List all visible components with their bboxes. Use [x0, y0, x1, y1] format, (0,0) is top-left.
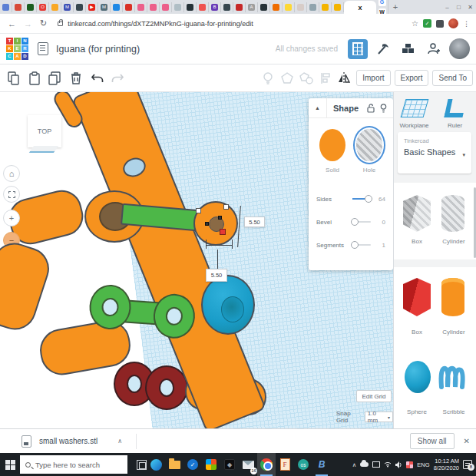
taskbar-app-mail[interactable]: 16 [239, 453, 257, 476]
solid-swatch[interactable] [319, 129, 345, 161]
pinned-tab-15[interactable] [172, 2, 184, 12]
hole-box-shape[interactable] [403, 195, 431, 232]
pinned-tab-8[interactable]: ▶ [86, 2, 98, 12]
pinned-tab-27[interactable] [319, 2, 332, 12]
maximize-button[interactable]: □ [453, 4, 464, 11]
download-options-icon[interactable]: ∧ [117, 438, 122, 445]
copy-icon[interactable] [6, 70, 21, 87]
url-field[interactable]: tinkercad.com/things/dXTZ2MNPknG-iguana-… [68, 20, 412, 28]
duplicate-icon[interactable] [48, 70, 63, 87]
undo-icon[interactable] [89, 70, 104, 87]
rotate-handle[interactable] [220, 229, 226, 235]
taskbar-app-store[interactable] [202, 453, 220, 476]
tinkercad-logo[interactable]: TINKERCAD [6, 38, 28, 60]
paste-icon[interactable] [27, 70, 42, 87]
browser-menu-icon[interactable]: ⋮ [463, 20, 470, 28]
extension-icon[interactable] [436, 20, 444, 28]
onedrive-icon[interactable] [360, 462, 369, 467]
close-button[interactable]: ✕ [464, 4, 476, 11]
export-button[interactable]: Export [395, 70, 429, 86]
taskbar-app-chrome[interactable] [257, 453, 276, 476]
pinned-tab-23[interactable] [270, 2, 283, 12]
pinned-tab-5[interactable] [49, 2, 61, 12]
bookmark-star-icon[interactable]: ☆ [412, 19, 418, 28]
ruler-tool[interactable]: Ruler [435, 92, 475, 129]
close-download-bar-icon[interactable]: ✕ [464, 437, 470, 445]
pinned-tab-26[interactable] [307, 2, 319, 12]
pinned-tray-app-icon[interactable] [406, 461, 413, 468]
pinned-tab-14[interactable] [160, 2, 172, 12]
group-icon[interactable] [279, 70, 295, 87]
pinned-tab-18[interactable]: B [209, 2, 221, 12]
pinned-tab-17[interactable] [197, 2, 209, 12]
taskbar-clock[interactable]: 10:12 AM 8/20/2020 [434, 458, 459, 471]
taskbar-app-b[interactable]: B [312, 453, 331, 476]
pinned-tab-24[interactable] [283, 2, 295, 12]
pinned-tab-10[interactable] [111, 2, 123, 12]
edge-handle[interactable] [218, 216, 222, 220]
ungroup-icon[interactable] [299, 70, 314, 87]
forward-icon[interactable]: → [24, 19, 32, 28]
send-to-button[interactable]: Send To [432, 70, 473, 86]
3d-design-mode-button[interactable] [348, 39, 368, 59]
bevel-slider[interactable] [352, 221, 371, 223]
show-all-downloads-button[interactable]: Show all [410, 433, 455, 449]
start-button[interactable] [0, 453, 20, 476]
pinned-tab-22[interactable] [258, 2, 270, 12]
hole-cylinder-shape[interactable] [441, 195, 464, 232]
sphere-shape[interactable] [405, 361, 431, 393]
redo-icon[interactable] [110, 70, 125, 87]
taskbar-search[interactable]: Type here to search [20, 455, 127, 474]
edge-handle[interactable] [205, 222, 209, 226]
fit-view-button[interactable] [3, 186, 20, 203]
pinned-tab-11[interactable] [123, 2, 135, 12]
shape-library-dropdown[interactable]: Tinkercad Basic Shapes ▾ [398, 132, 471, 174]
solid-option[interactable]: Solid [319, 129, 345, 174]
pinned-tab-13[interactable] [147, 2, 160, 12]
box-shape[interactable] [403, 278, 431, 316]
segments-slider[interactable] [352, 244, 371, 246]
user-avatar[interactable] [449, 38, 470, 59]
hide-bulb-icon[interactable] [380, 104, 387, 113]
show-all-bulb-icon[interactable] [260, 70, 276, 87]
wifi-icon[interactable] [384, 461, 392, 468]
pinned-tab-6[interactable]: M [61, 2, 74, 12]
task-view-icon[interactable] [137, 460, 147, 470]
snap-grid-select[interactable]: 1.0 mm ▾ [365, 412, 393, 422]
pinned-tab-9[interactable]: M [98, 2, 111, 12]
panel-collapse-icon[interactable]: ▲ [309, 98, 327, 118]
display-icon[interactable] [372, 461, 380, 468]
sides-slider[interactable] [352, 198, 371, 200]
taskbar-app-explorer[interactable] [165, 453, 183, 476]
align-icon[interactable] [318, 70, 333, 87]
import-button[interactable]: Import [356, 70, 390, 86]
tray-expand-icon[interactable]: ∧ [352, 461, 357, 468]
invite-people-icon[interactable] [424, 39, 444, 59]
link-part[interactable] [87, 277, 199, 351]
tinker-mode-icon[interactable] [373, 39, 393, 59]
taskbar-app-edge[interactable] [147, 453, 165, 476]
pinned-tab-21[interactable]: A [246, 2, 258, 12]
edit-grid-button[interactable]: Edit Grid [356, 390, 392, 402]
design-title[interactable]: Iguana (for printing) [56, 44, 140, 55]
pinned-tab-1[interactable] [0, 2, 12, 12]
dimension-label-height[interactable]: 5.50 [244, 217, 265, 227]
design-menu-icon[interactable] [38, 42, 48, 55]
browser-profile-avatar[interactable] [448, 18, 458, 28]
blocks-mode-icon[interactable] [398, 39, 418, 59]
hole-option[interactable]: Hole [356, 129, 382, 174]
minimize-button[interactable]: – [441, 4, 453, 11]
pinned-tab-12[interactable] [135, 2, 147, 12]
browser-tab-2[interactable]: G [376, 0, 388, 7]
workplane-tool[interactable]: Workplane [394, 92, 435, 129]
pinned-tab-4[interactable]: O [37, 2, 49, 12]
cylinder-shape[interactable] [441, 278, 464, 316]
reload-icon[interactable]: ↻ [40, 18, 47, 28]
extension-check-icon[interactable]: ✓ [423, 19, 431, 28]
pinned-tab-19[interactable] [221, 2, 233, 12]
taskbar-app-f[interactable]: F [276, 453, 294, 476]
3d-viewport[interactable]: 5.50 5.50 TOP ⌂ + − ▲ Shape [0, 92, 393, 428]
taskbar-app-dark[interactable]: ◆ [220, 453, 239, 476]
taskbar-app-os[interactable]: os [294, 453, 312, 476]
view-cube[interactable]: TOP [28, 115, 61, 147]
